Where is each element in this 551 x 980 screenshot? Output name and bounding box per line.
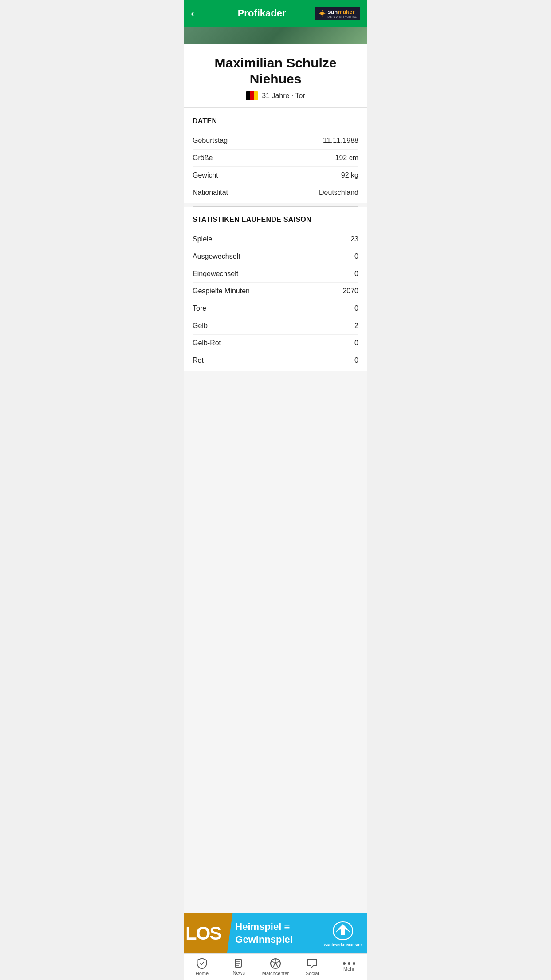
svg-line-12 (277, 961, 279, 963)
data-value: 0 (354, 270, 358, 278)
data-label: Gelb (193, 322, 208, 330)
data-label: Spiele (193, 235, 212, 243)
ad-stadtwerke-text: Stadtwerke Münster (324, 943, 362, 947)
sponsor-subtext: DEIN WETTPORTAL (327, 15, 357, 18)
news-doc-icon (233, 958, 244, 969)
data-label: Geburtstag (193, 137, 228, 145)
daten-section: DATEN Geburtstag 11.11.1988 Größe 192 cm… (184, 108, 367, 203)
data-row: Gelb 2 (193, 317, 358, 335)
ad-los: LOS (184, 913, 233, 953)
mehr-dots-icon (343, 962, 355, 965)
data-value: 11.11.1988 (323, 137, 358, 145)
sponsor-logo[interactable]: sunmaker DEIN WETTPORTAL (315, 7, 360, 20)
stadtwerke-logo-icon (330, 920, 356, 942)
data-label: Ausgewechselt (193, 253, 240, 261)
data-label: Tore (193, 304, 206, 312)
header: ‹ Profikader sunmaker DEIN WETTPORTAL (184, 0, 367, 27)
data-value: 0 (354, 356, 358, 364)
ad-los-text: LOS (185, 923, 221, 944)
nav-matchcenter[interactable]: Matchcenter (257, 954, 294, 980)
data-row: Gelb-Rot 0 (193, 335, 358, 352)
data-row: Tore 0 (193, 300, 358, 317)
nav-news[interactable]: News (220, 954, 257, 980)
data-row: Gespielte Minuten 2070 (193, 283, 358, 300)
nav-social[interactable]: Social (294, 954, 331, 980)
nav-news-label: News (232, 970, 245, 976)
data-row: Ausgewechselt 0 (193, 248, 358, 265)
player-age-position: 31 Jahre · Tor (262, 92, 305, 100)
data-value: 92 kg (341, 171, 358, 179)
daten-rows: Geburtstag 11.11.1988 Größe 192 cm Gewic… (193, 132, 358, 201)
data-value: 0 (354, 304, 358, 312)
data-row: Geburtstag 11.11.1988 (193, 132, 358, 150)
data-row: Nationalität Deutschland (193, 184, 358, 201)
player-header: Maximilian Schulze Niehues 31 Jahre · To… (184, 44, 367, 108)
statistiken-section: STATISTIKEN LAUFENDE SAISON Spiele 23 Au… (184, 207, 367, 371)
data-value: 2070 (342, 287, 358, 295)
svg-rect-5 (235, 959, 241, 967)
back-button[interactable]: ‹ (191, 6, 209, 20)
data-value: 23 (350, 235, 358, 243)
data-row: Spiele 23 (193, 231, 358, 248)
svg-line-15 (272, 961, 274, 963)
data-row: Rot 0 (193, 352, 358, 369)
page-title: Profikader (209, 8, 315, 19)
nav-social-label: Social (306, 971, 319, 976)
data-value: 192 cm (335, 154, 358, 162)
nav-home-label: Home (196, 971, 209, 976)
data-row: Größe 192 cm (193, 150, 358, 167)
data-value: 0 (354, 339, 358, 347)
ad-main-text: Heimspiel =Gewinnspiel (230, 921, 324, 946)
nav-home[interactable]: Home (184, 954, 220, 980)
data-label: Eingewechselt (193, 270, 238, 278)
svg-point-0 (320, 12, 324, 15)
matchcenter-soccer-icon (270, 958, 281, 969)
data-value: 2 (354, 322, 358, 330)
nationality-flag (246, 91, 258, 100)
data-label: Größe (193, 154, 213, 162)
data-row: Eingewechselt 0 (193, 265, 358, 283)
home-shield-icon (196, 958, 208, 969)
nav-matchcenter-label: Matchcenter (262, 971, 289, 976)
svg-line-13 (276, 964, 278, 967)
svg-marker-10 (274, 961, 277, 964)
ad-banner[interactable]: LOS Heimspiel =Gewinnspiel Stadtwerke Mü… (184, 913, 367, 953)
statistiken-rows: Spiele 23 Ausgewechselt 0 Eingewechselt … (193, 231, 358, 369)
data-label: Nationalität (193, 189, 228, 197)
player-meta: 31 Jahre · Tor (193, 91, 358, 100)
main-content: Maximilian Schulze Niehues 31 Jahre · To… (184, 44, 367, 980)
data-row: Gewicht 92 kg (193, 167, 358, 184)
data-value: 0 (354, 253, 358, 261)
nav-mehr-label: Mehr (343, 966, 354, 972)
data-label: Gewicht (193, 171, 218, 179)
hero-image (184, 27, 367, 44)
daten-title: DATEN (193, 117, 358, 125)
svg-line-14 (273, 964, 275, 967)
social-chat-icon (307, 958, 318, 969)
data-label: Gespielte Minuten (193, 287, 250, 295)
nav-mehr[interactable]: Mehr (331, 954, 367, 980)
bottom-nav: Home News Matchcenter Social (184, 953, 367, 980)
data-value: Deutschland (319, 189, 358, 197)
ad-stadtwerke: Stadtwerke Münster (324, 920, 367, 947)
player-name: Maximilian Schulze Niehues (193, 55, 358, 87)
statistiken-title: STATISTIKEN LAUFENDE SAISON (193, 216, 358, 224)
sunmaker-sun-icon (319, 10, 326, 17)
data-label: Gelb-Rot (193, 339, 221, 347)
data-label: Rot (193, 356, 204, 364)
